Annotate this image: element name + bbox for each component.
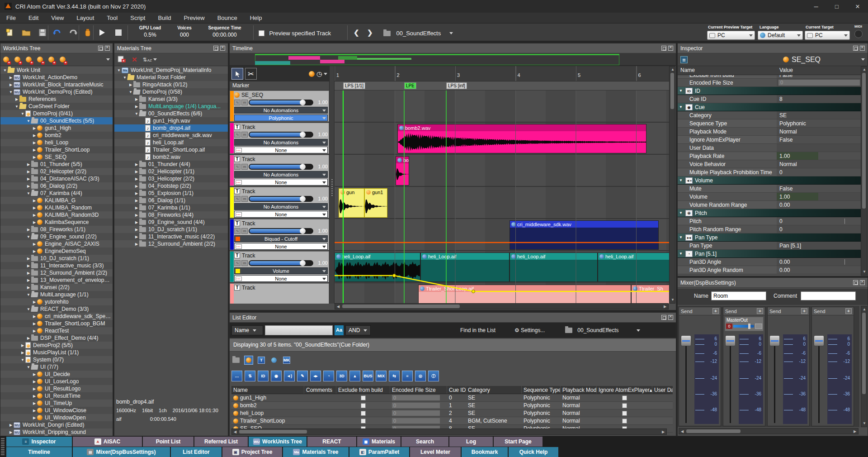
- workunit-tree-item[interactable]: ▶KalimbaSequence: [0, 219, 113, 226]
- workunit-tree-item[interactable]: ▶08_Fireworks (1/1): [0, 226, 113, 233]
- preview-specified-track-checkbox[interactable]: Preview specified Track: [259, 29, 331, 37]
- timeline-vscrollbar[interactable]: ▲▼: [669, 66, 675, 304]
- tab-start-page[interactable]: Start Page: [494, 437, 542, 447]
- maximize-button[interactable]: □: [826, 0, 847, 13]
- column-toggle-icon[interactable]: ▲: [349, 371, 360, 381]
- material-tree-item[interactable]: ▶05_Explosion (1/1): [114, 190, 228, 197]
- workunit-tree-item[interactable]: ▶UI_WindowOpen: [0, 414, 113, 421]
- toolbar-more-icon[interactable]: [106, 58, 110, 61]
- workunit-tree-item[interactable]: ▶WUWorkUnit_ActionDemo: [0, 74, 113, 81]
- workunit-tree-item[interactable]: ▶Kansei (2/2): [0, 284, 113, 291]
- timeline-clip[interactable]: gun: [339, 188, 364, 218]
- workunit-tree-item[interactable]: ▶UI_Decide: [0, 371, 113, 378]
- track-automation-select[interactable]: Biquad - Cutoff: [234, 235, 328, 242]
- material-tree-item[interactable]: ▶06_Dialog (1/1): [114, 197, 228, 204]
- language-select[interactable]: Default: [758, 31, 803, 40]
- tab-point-list[interactable]: Point List: [143, 437, 193, 447]
- marker-filter-icon[interactable]: MK: [282, 356, 291, 365]
- inspector-row[interactable]: Sequence TypePolyphonic: [678, 119, 861, 128]
- save-button[interactable]: [36, 26, 49, 39]
- inspector-group-pan-type[interactable]: ▼▸◂Pan Type: [678, 233, 861, 242]
- timeline-hscrollbar[interactable]: ◀▶: [335, 303, 669, 309]
- workunit-tree-item[interactable]: ▶Ttrailer_ShortLoop: [0, 146, 113, 153]
- material-tree-item[interactable]: ♪gun1_High.wav: [114, 117, 228, 124]
- inspector-row[interactable]: MuteFalse: [678, 185, 861, 193]
- track-mode-select[interactable]: Polyphonic: [234, 114, 328, 121]
- text-filter-icon[interactable]: T: [257, 356, 266, 365]
- timeline-clip[interactable]: gun1: [364, 188, 387, 218]
- timeline-clip[interactable]: heli_Loop.aif: [420, 252, 509, 282]
- close-panel-icon[interactable]: [860, 46, 865, 51]
- workunit-tree-item[interactable]: ▶EngineDemoSeq: [0, 248, 113, 255]
- material-tree-item[interactable]: ♪bomb2.wav: [114, 153, 228, 161]
- add-cue-button-5[interactable]: [48, 57, 54, 62]
- mixer-hscrollbar[interactable]: ◀▶: [679, 428, 859, 434]
- bool-op-select[interactable]: AND: [345, 325, 371, 335]
- track-automation-select[interactable]: Volume: [234, 267, 328, 274]
- inspector-row[interactable]: Voice BehaviorNormal: [678, 160, 861, 168]
- timeline-marker[interactable]: LPE: [404, 82, 416, 89]
- add-send-button[interactable]: +: [712, 308, 719, 314]
- close-button[interactable]: ✕: [847, 0, 868, 13]
- workunit-tree-item[interactable]: ▶13_Movement_of_envelope_sou...: [0, 276, 113, 284]
- workunit-tree-item[interactable]: ▶UI_LoserLogo: [0, 378, 113, 385]
- track-mode-select[interactable]: •••None: [234, 179, 328, 186]
- workunit-tree-item[interactable]: ▶WUWorkUnit_Dripping_sound: [0, 428, 113, 436]
- timeline-ruler[interactable]: 123456: [335, 66, 670, 81]
- workunit-tree-item[interactable]: ▶heli_Loop: [0, 139, 113, 146]
- current-folder-selector[interactable]: 00_SoundEffects: [383, 29, 453, 37]
- material-tree-item[interactable]: ▶10_DJ_scratch (1/1): [114, 226, 228, 233]
- timeline-marker-lane[interactable]: LPS [1/1]LPELPS [inf]: [335, 81, 670, 90]
- workunit-tree-item[interactable]: ▶KALIMBA_G: [0, 197, 113, 204]
- workunit-tree-item[interactable]: ▶UI_WindowClose: [0, 407, 113, 414]
- menu-preview[interactable]: Preview: [177, 13, 211, 23]
- timeline-clip[interactable]: Ttrailer_ShortLoop.aif: [418, 285, 631, 304]
- stop-button[interactable]: [112, 26, 125, 39]
- mixer-name-input[interactable]: [711, 291, 766, 300]
- material-tree-item[interactable]: ▼DemoProj (0/58): [114, 88, 228, 95]
- float-panel-icon[interactable]: [213, 46, 218, 51]
- list-hscrollbar[interactable]: ◀▶: [231, 428, 667, 435]
- workunit-tree-item[interactable]: ▶Ttrailer_ShortLoop_BGM: [0, 320, 113, 327]
- float-panel-icon[interactable]: [853, 46, 858, 51]
- workunit-tree-item[interactable]: ▼CueSheet Folder: [0, 103, 113, 110]
- menu-layout[interactable]: Layout: [70, 13, 100, 23]
- column-toggle-icon[interactable]: ⓘ: [428, 371, 439, 381]
- new-file-button[interactable]: [4, 26, 16, 39]
- inspector-row[interactable]: Exclude from buildFalse: [678, 75, 861, 79]
- mixer-vscrollbar[interactable]: ▲▼: [861, 306, 867, 427]
- cue-filter-icon[interactable]: [244, 356, 253, 365]
- filter-field-select[interactable]: Name: [231, 325, 263, 335]
- send-masterout[interactable]: MasterOut0: [725, 317, 764, 331]
- column-header[interactable]: User Data: [652, 386, 673, 394]
- close-panel-icon[interactable]: [668, 315, 673, 320]
- fader-thumb[interactable]: [725, 335, 736, 346]
- track-header-1[interactable]: SE_SEQ∿m1.00No AutomationsPolyphonic: [230, 90, 329, 122]
- workunit-tree-item[interactable]: ▶KALIMBA_Random3D: [0, 211, 113, 219]
- column-toggle-icon[interactable]: ◄): [284, 371, 295, 381]
- tab-timeline[interactable]: Timeline: [6, 447, 72, 457]
- workunit-tree-item[interactable]: ▼REACT_Demo (3/3): [0, 305, 113, 313]
- add-cue-button-6[interactable]: [60, 57, 66, 62]
- inspector-row[interactable]: Pitch0: [678, 217, 861, 225]
- play-button[interactable]: [96, 26, 108, 39]
- workunit-tree-item[interactable]: ▶yutorehito: [0, 298, 113, 305]
- time-display-mode-button[interactable]: ◷: [316, 70, 327, 77]
- open-button[interactable]: [20, 26, 33, 39]
- workunit-tree-item[interactable]: ▶Engine_AISAC_2AXIS: [0, 240, 113, 248]
- chevron-down-icon[interactable]: [861, 58, 865, 61]
- workunit-tree-item[interactable]: ▼07_Karimba (4/4): [0, 190, 113, 197]
- timeline-clip[interactable]: cri_middleware_sdk.wav: [509, 220, 659, 250]
- tab-aisac[interactable]: AAISAC: [73, 437, 142, 447]
- workunit-tree-item[interactable]: ▶DemoProj2 (5/5): [0, 342, 113, 349]
- column-toggle-icon[interactable]: 3D: [336, 371, 347, 381]
- workunit-tree-item[interactable]: ▶DSP_Effect_Demo (4/4): [0, 334, 113, 342]
- checkbox-icon[interactable]: [259, 30, 264, 36]
- table-row[interactable]: bomb201SEPolyphonicNormal: [231, 402, 673, 409]
- forward-button[interactable]: ❯: [367, 29, 373, 37]
- timeline-overview[interactable]: [230, 53, 676, 66]
- inspector-row[interactable]: Pitch Random Range0: [678, 225, 861, 233]
- column-toggle-icon[interactable]: ⇆: [389, 371, 400, 381]
- minimize-button[interactable]: ─: [806, 0, 826, 13]
- material-tree-item[interactable]: ▶03_Helicopter (2/2): [114, 175, 228, 182]
